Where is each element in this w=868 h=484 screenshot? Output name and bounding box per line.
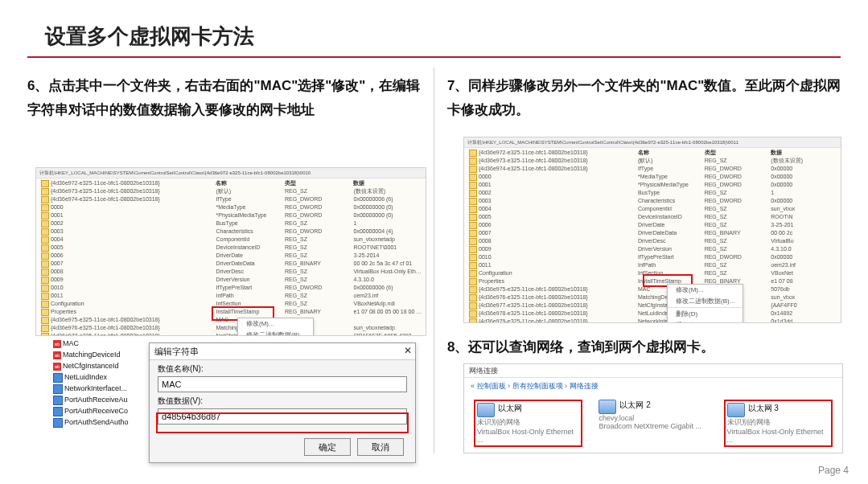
tree-node[interactable]: {4d36e977-e325-11ce-bfc1-08002be10318} <box>41 332 212 336</box>
step-7-text: 7、同样步骤修改另外一个文件夹的"MAC"数值。至此两个虚拟网卡修改成功。 <box>447 74 841 122</box>
registry-value-row[interactable]: DeviceInstanceIDREG_SZROOT\NET\0001 <box>216 244 422 252</box>
tree-node[interactable]: {4d36e977-e325-11ce-bfc1-08002be10318} <box>469 301 635 310</box>
menu-item[interactable]: 修改二进制数据(B)... <box>238 330 313 336</box>
tree-node[interactable]: 0008 <box>41 268 212 276</box>
tree-node[interactable]: 0000 <box>41 203 212 211</box>
tree-node[interactable]: {4d36e973-e325-11ce-bfc1-08002be10318} <box>41 187 212 195</box>
registry-value-item[interactable]: abMAC <box>53 338 142 349</box>
divider <box>27 56 841 58</box>
network-adapter-card[interactable]: 以太网 3未识别的网络VirtualBox Host-Only Ethernet… <box>724 400 833 447</box>
breadcrumb[interactable]: « 控制面板 › 所有控制面板项 › 网络连接 <box>464 378 842 395</box>
folder-icon <box>469 278 477 285</box>
tree-node[interactable]: {4d36e972-e325-11ce-bfc1-08002be10318} <box>469 149 635 157</box>
registry-value-item[interactable]: abNetCfgInstanceId <box>53 360 142 371</box>
menu-item[interactable]: 修改(M)... <box>238 318 313 330</box>
registry-value-row[interactable]: DriverVersionREG_SZ4.3.10.0 <box>638 245 837 253</box>
tree-node[interactable]: 0004 <box>41 236 212 244</box>
tree-node[interactable]: {4d36e976-e325-11ce-bfc1-08002be10318} <box>469 293 635 301</box>
tree-node[interactable]: Configuration <box>41 300 212 308</box>
tree-node[interactable]: 0010 <box>469 253 635 261</box>
network-adapter-icon <box>727 403 745 417</box>
registry-value-row[interactable]: IfTypePreStartREG_DWORD0x00000006 (6) <box>216 284 422 292</box>
registry-value-row[interactable]: BusTypeREG_SZ1 <box>216 219 422 228</box>
ok-button[interactable]: 确定 <box>304 438 351 456</box>
registry-value-row[interactable]: DriverDateREG_SZ3-25-201 <box>638 221 837 229</box>
registry-value-row[interactable]: DeviceInstanceIDREG_SZROOT\N <box>638 213 837 221</box>
context-menu-right[interactable]: 修改(M)...修改二进制数据(B)...删除(D)重命名(R) <box>667 284 743 323</box>
tree-node[interactable]: {4d36e974-e325-11ce-bfc1-08002be10318} <box>469 165 635 173</box>
value-name-field[interactable]: MAC <box>158 376 407 392</box>
tree-node[interactable]: {4d36e972-e325-11ce-bfc1-08002be10318} <box>41 179 212 187</box>
registry-value-row[interactable]: *MediaTypeREG_DWORD0x00000000 (0) <box>216 203 422 211</box>
tree-node[interactable]: {4d36e975-e325-11ce-bfc1-08002be10318} <box>469 285 635 293</box>
menu-item[interactable]: 修改(M)... <box>668 285 743 296</box>
tree-node[interactable]: 0007 <box>469 229 635 237</box>
registry-value-row[interactable]: CharacteristicsREG_DWORD0x00000 <box>638 197 837 205</box>
registry-value-row[interactable]: ComponentIdREG_SZsun_vbox <box>638 205 837 213</box>
registry-value-row[interactable]: DriverVersionREG_SZ4.3.10.0 <box>216 276 422 284</box>
tree-node[interactable]: 0005 <box>469 213 635 221</box>
registry-value-row[interactable]: DriverDateREG_SZ3-25-2014 <box>216 252 422 260</box>
tree-node[interactable]: Configuration <box>469 269 635 277</box>
tree-node[interactable]: {4d36e974-e325-11ce-bfc1-08002be10318} <box>41 195 212 203</box>
registry-value-item[interactable]: PortAuthReceiveAu <box>53 394 142 405</box>
tree-node[interactable]: 0005 <box>41 244 212 252</box>
tree-node[interactable]: {4d36e975-e325-11ce-bfc1-08002be10318} <box>41 316 212 324</box>
folder-icon <box>41 293 49 300</box>
tree-node[interactable]: 0009 <box>469 245 635 253</box>
cancel-button[interactable]: 取消 <box>357 438 404 456</box>
tree-node[interactable]: 0010 <box>41 284 212 292</box>
registry-value-row[interactable]: BusTypeREG_SZ1 <box>638 189 837 197</box>
tree-node[interactable]: Properties <box>469 277 635 285</box>
tree-node[interactable]: {4d36e973-e325-11ce-bfc1-08002be10318} <box>469 157 635 165</box>
close-icon[interactable]: ✕ <box>404 345 412 356</box>
registry-value-row[interactable]: (默认)REG_SZ(数值未设置) <box>638 157 837 165</box>
registry-value-item[interactable]: NetLuidIndex <box>53 371 142 383</box>
tree-node[interactable]: 0003 <box>469 197 635 205</box>
menu-item[interactable]: 修改二进制数据(B)... <box>668 296 743 307</box>
tree-node[interactable]: 0011 <box>469 261 635 269</box>
registry-value-row[interactable]: DriverDescREG_SZVirtualBox Host-Only Eth… <box>216 268 422 276</box>
tree-node[interactable]: 0001 <box>41 211 212 219</box>
registry-value-row[interactable]: *MediaTypeREG_DWORD0x00000 <box>638 173 837 181</box>
registry-value-item[interactable]: NetworkInterfaceI... <box>53 383 142 394</box>
tree-node[interactable]: 0006 <box>469 221 635 229</box>
tree-node[interactable]: {4d36e978-e325-11ce-bfc1-08002be10318} <box>469 310 635 318</box>
registry-value-row[interactable]: InfPathREG_SZoem23.inf <box>216 292 422 300</box>
tree-node[interactable]: 0003 <box>41 228 212 236</box>
tree-node[interactable]: 0001 <box>469 181 635 189</box>
context-menu-left[interactable]: 修改(M)...修改二进制数据(B)...删除(D)重命名(R) <box>237 318 314 336</box>
registry-value-row[interactable]: ComponentIdREG_SZsun_vboxnetadp <box>216 236 422 244</box>
tree-node[interactable]: 0000 <box>469 173 635 181</box>
registry-value-row[interactable]: IfTypePreStartREG_DWORD0x00000 <box>638 253 837 261</box>
menu-item[interactable]: 重命名(R) <box>668 320 743 323</box>
registry-value-row[interactable]: InfPathREG_SZoem23.inf <box>638 261 837 269</box>
tree-node[interactable]: {4d36e976-e325-11ce-bfc1-08002be10318} <box>41 324 212 332</box>
network-adapter-card[interactable]: 以太网 2chevy.localBroadcom NetXtreme Gigab… <box>599 400 707 447</box>
registry-value-row[interactable]: DriverDateDataREG_BINARY00 00 2c 5a 3c 4… <box>216 260 422 268</box>
registry-value-row[interactable]: (默认)REG_SZ(数值未设置) <box>216 187 422 195</box>
tree-node[interactable]: Properties <box>41 308 212 316</box>
tree-node[interactable]: 0002 <box>469 189 635 197</box>
registry-value-item[interactable]: PortAuthSendAutho <box>53 416 142 428</box>
tree-node[interactable]: 0004 <box>469 205 635 213</box>
registry-value-row[interactable]: IfTypeREG_DWORD0x00000 <box>638 165 837 173</box>
tree-node[interactable]: 0009 <box>41 276 212 284</box>
tree-node[interactable]: 0007 <box>41 260 212 268</box>
tree-node[interactable]: 0006 <box>41 252 212 260</box>
registry-value-row[interactable]: DriverDescREG_SZVirtualBo <box>638 237 837 245</box>
network-adapter-card[interactable]: 以太网未识别的网络VirtualBox Host-Only Ethernet .… <box>474 400 582 447</box>
registry-value-item[interactable]: abMatchingDeviceId <box>53 349 142 360</box>
registry-value-row[interactable]: IfTypeREG_DWORD0x00000006 (6) <box>216 195 422 203</box>
registry-value-row[interactable]: *PhysicalMediaTypeREG_DWORD0x00000 <box>638 181 837 189</box>
menu-item[interactable]: 删除(D) <box>668 309 743 320</box>
registry-value-item[interactable]: PortAuthReceiveCo <box>53 405 142 416</box>
folder-icon <box>41 236 49 244</box>
registry-value-row[interactable]: CharacteristicsREG_DWORD0x00000004 (4) <box>216 228 422 236</box>
registry-value-row[interactable]: DriverDateDataREG_BINARY00 00 2c <box>638 229 837 237</box>
tree-node[interactable]: 0002 <box>41 219 212 228</box>
tree-node[interactable]: 0008 <box>469 237 635 245</box>
tree-node[interactable]: {4d36e979-e325-11ce-bfc1-08002be10318} <box>469 318 635 323</box>
registry-value-row[interactable]: *PhysicalMediaTypeREG_DWORD0x00000000 (0… <box>216 211 422 219</box>
tree-node[interactable]: 0011 <box>41 292 212 300</box>
